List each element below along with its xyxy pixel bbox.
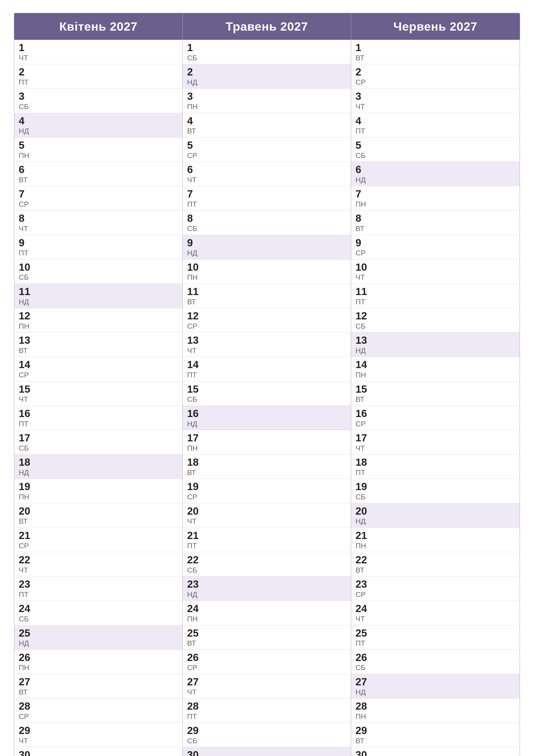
day-cell[interactable]: 29ВТ (351, 723, 520, 747)
day-cell[interactable]: 28СР (14, 698, 182, 723)
day-cell[interactable]: 29ЧТ (14, 723, 182, 747)
day-cell[interactable]: 11ПТ (351, 284, 520, 308)
day-cell[interactable]: 12ПН (14, 308, 182, 333)
day-name: СР (187, 663, 346, 671)
day-cell[interactable]: 1ВТ (351, 40, 520, 64)
day-cell[interactable]: 18ВТ (183, 454, 351, 479)
day-cell[interactable]: 14ПТ (183, 357, 351, 381)
day-cell[interactable]: 14ПН (351, 357, 520, 381)
day-number: 30 (187, 749, 346, 756)
day-cell[interactable]: 28ПН (351, 698, 520, 723)
day-name: НД (19, 639, 178, 647)
day-cell[interactable]: 9СР (351, 235, 520, 259)
day-cell[interactable]: 18НД (14, 454, 182, 479)
day-cell[interactable]: 26ПН (14, 650, 182, 674)
day-cell[interactable]: 20ВТ (14, 503, 182, 528)
day-cell[interactable]: 26СР (183, 650, 351, 674)
day-cell[interactable]: 16ПТ (14, 406, 182, 430)
day-cell[interactable]: 2СР (351, 64, 520, 89)
day-cell[interactable]: 27ВТ (14, 674, 182, 698)
day-cell[interactable]: 25ПТ (351, 625, 520, 650)
day-cell[interactable]: 5СР (183, 138, 351, 162)
day-cell[interactable]: 15СБ (183, 381, 351, 406)
day-number: 10 (19, 262, 178, 273)
day-cell[interactable]: 4НД (14, 113, 182, 138)
day-cell[interactable]: 26СБ (351, 650, 520, 674)
day-name: ПТ (355, 298, 515, 306)
day-cell[interactable]: 3ЧТ (351, 89, 520, 113)
day-cell[interactable]: 8ЧТ (14, 210, 182, 235)
day-cell[interactable]: 10ПН (183, 259, 351, 284)
day-cell[interactable]: 24СБ (14, 601, 182, 625)
day-cell[interactable]: 24ЧТ (351, 601, 520, 625)
day-cell[interactable]: 20НД (351, 503, 520, 528)
day-cell[interactable]: 15ВТ (351, 381, 520, 406)
day-cell[interactable]: 19СБ (351, 479, 520, 503)
day-cell[interactable]: 11ВТ (183, 284, 351, 308)
day-cell[interactable]: 13ЧТ (183, 333, 351, 357)
day-cell[interactable]: 16СР (351, 406, 520, 430)
day-cell[interactable]: 17ПН (183, 430, 351, 454)
day-name: ПН (187, 103, 346, 111)
day-number: 12 (355, 310, 515, 322)
day-cell[interactable]: 19СР (183, 479, 351, 503)
day-cell[interactable]: 15ЧТ (14, 381, 182, 406)
day-cell[interactable]: 7ПТ (183, 186, 351, 210)
day-cell[interactable]: 23НД (183, 577, 351, 601)
day-cell[interactable]: 30ПТ (14, 747, 182, 756)
day-cell[interactable]: 22СБ (183, 552, 351, 577)
day-cell[interactable]: 1СБ (183, 40, 351, 64)
day-name: ВТ (355, 566, 515, 574)
day-cell[interactable]: 10СБ (14, 259, 182, 284)
day-cell[interactable]: 9НД (183, 235, 351, 259)
day-cell[interactable]: 7СР (14, 186, 182, 210)
day-cell[interactable]: 8СБ (183, 210, 351, 235)
day-cell[interactable]: 21СР (14, 528, 182, 552)
day-cell[interactable]: 30НД (183, 747, 351, 756)
day-cell[interactable]: 14СР (14, 357, 182, 381)
day-cell[interactable]: 4ВТ (183, 113, 351, 138)
day-cell[interactable]: 13НД (351, 333, 520, 357)
day-cell[interactable]: 6НД (351, 162, 520, 186)
day-cell[interactable]: 3СБ (14, 89, 182, 113)
day-cell[interactable]: 29СБ (183, 723, 351, 747)
day-cell[interactable]: 25НД (14, 625, 182, 650)
day-cell[interactable]: 25ВТ (183, 625, 351, 650)
day-cell[interactable]: 22ВТ (351, 552, 520, 577)
day-cell[interactable]: 11НД (14, 284, 182, 308)
day-cell[interactable]: 2ПТ (14, 64, 182, 89)
day-name: НД (19, 298, 178, 306)
day-cell[interactable]: 5ПН (14, 138, 182, 162)
day-cell[interactable]: 8ВТ (351, 210, 520, 235)
day-cell[interactable]: 4ПТ (351, 113, 520, 138)
day-cell[interactable]: 2НД (183, 64, 351, 89)
day-cell[interactable]: 7ПН (351, 186, 520, 210)
day-cell[interactable]: 21ПТ (183, 528, 351, 552)
day-cell[interactable]: 1ЧТ (14, 40, 182, 64)
day-cell[interactable]: 16НД (183, 406, 351, 430)
day-cell[interactable]: 3ПН (183, 89, 351, 113)
day-cell[interactable]: 13ВТ (14, 333, 182, 357)
day-cell[interactable]: 23СР (351, 577, 520, 601)
day-cell[interactable]: 6ЧТ (183, 162, 351, 186)
day-cell[interactable]: 12СР (183, 308, 351, 333)
day-cell[interactable]: 17СБ (14, 430, 182, 454)
day-cell[interactable]: 5СБ (351, 138, 520, 162)
day-cell[interactable]: 19ПН (14, 479, 182, 503)
day-cell[interactable]: 17ЧТ (351, 430, 520, 454)
day-cell[interactable]: 22ЧТ (14, 552, 182, 577)
day-cell[interactable]: 30СР (351, 747, 520, 756)
day-cell[interactable]: 12СБ (351, 308, 520, 333)
day-cell[interactable]: 23ПТ (14, 577, 182, 601)
day-cell[interactable]: 28ПТ (183, 698, 351, 723)
day-cell[interactable]: 10ЧТ (351, 259, 520, 284)
day-cell[interactable]: 9ПТ (14, 235, 182, 259)
day-cell[interactable]: 6ВТ (14, 162, 182, 186)
day-cell[interactable]: 24ПН (183, 601, 351, 625)
day-number: 17 (187, 432, 346, 444)
day-cell[interactable]: 27НД (351, 674, 520, 698)
day-cell[interactable]: 27ЧТ (183, 674, 351, 698)
day-cell[interactable]: 20ЧТ (183, 503, 351, 528)
day-cell[interactable]: 18ПТ (351, 454, 520, 479)
day-cell[interactable]: 21ПН (351, 528, 520, 552)
